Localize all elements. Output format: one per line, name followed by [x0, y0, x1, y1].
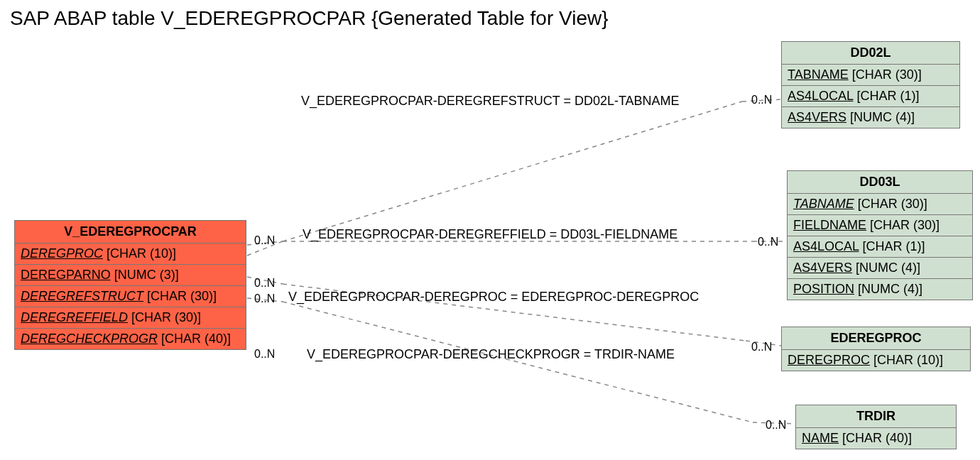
field-name: TABNAME [793, 197, 854, 211]
field-type: [CHAR (30)] [147, 289, 217, 303]
relationship-label: V_EDEREGPROCPAR-DEREGPROC = EDEREGPROC-D… [288, 290, 699, 305]
svg-line-1 [283, 102, 742, 241]
cardinality-label: 0..N [254, 277, 275, 290]
entity-header: DD02L [782, 42, 959, 65]
cardinality-label: 0..N [254, 234, 275, 247]
field-type: [NUMC (4)] [850, 110, 915, 124]
field-name: TABNAME [788, 67, 849, 82]
field-row: DEREGPROC [CHAR (10)] [782, 350, 970, 371]
field-row: DEREGCHECKPROGR [CHAR (40)] [15, 329, 246, 349]
field-name: AS4VERS [788, 110, 846, 124]
field-row: AS4VERS [NUMC (4)] [788, 258, 972, 279]
field-row: AS4LOCAL [CHAR (1)] [788, 236, 972, 258]
field-row: NAME [CHAR (40)] [796, 428, 956, 449]
cardinality-label: 0..N [751, 341, 772, 354]
field-row: TABNAME [CHAR (30)] [788, 194, 972, 215]
field-name: DEREGREFSTRUCT [21, 289, 143, 303]
field-name: DEREGPROC [788, 353, 870, 367]
field-row: DEREGREFSTRUCT [CHAR (30)] [15, 286, 246, 307]
entity-v-ederegprocpar: V_EDEREGPROCPAR DEREGPROC [CHAR (10)] DE… [14, 220, 246, 350]
field-name: DEREGCHECKPROGR [21, 332, 158, 346]
field-type: [CHAR (1)] [862, 239, 925, 253]
field-name: FIELDNAME [793, 218, 866, 232]
field-type: [NUMC (3)] [114, 268, 179, 282]
field-type: [CHAR (30)] [131, 310, 201, 324]
entity-dd03l: DD03L TABNAME [CHAR (30)] FIELDNAME [CHA… [787, 170, 973, 300]
entity-header: EDEREGPROC [782, 327, 970, 350]
field-row: TABNAME [CHAR (30)] [782, 65, 959, 86]
field-type: [CHAR (10)] [107, 246, 176, 261]
field-row: AS4LOCAL [CHAR (1)] [782, 86, 959, 107]
field-name: DEREGPARNO [21, 268, 111, 282]
field-row: DEREGREFFIELD [CHAR (30)] [15, 307, 246, 329]
field-row: DEREGPARNO [NUMC (3)] [15, 265, 246, 286]
field-row: AS4VERS [NUMC (4)] [782, 107, 959, 128]
entity-ederegproc: EDEREGPROC DEREGPROC [CHAR (10)] [781, 327, 971, 371]
field-name: AS4LOCAL [788, 89, 853, 103]
field-type: [CHAR (10)] [873, 353, 943, 367]
field-row: POSITION [NUMC (4)] [788, 279, 972, 300]
page-title: SAP ABAP table V_EDEREGPROCPAR {Generate… [10, 7, 609, 30]
field-name: DEREGREFFIELD [21, 310, 128, 324]
field-type: [NUMC (4)] [858, 282, 922, 296]
field-row: DEREGPROC [CHAR (10)] [15, 243, 246, 265]
cardinality-label: 0..N [254, 348, 275, 361]
field-name: AS4LOCAL [793, 239, 859, 253]
cardinality-label: 0..N [254, 292, 275, 305]
svg-line-10 [283, 302, 753, 422]
field-type: [CHAR (40)] [842, 431, 912, 445]
field-name: DEREGPROC [21, 246, 103, 261]
field-type: [NUMC (4)] [856, 261, 920, 275]
entity-header: DD03L [788, 171, 972, 194]
relationship-label: V_EDEREGPROCPAR-DEREGREFFIELD = DD03L-FI… [303, 227, 677, 242]
cardinality-label: 0..N [751, 94, 772, 106]
entity-dd02l: DD02L TABNAME [CHAR (30)] AS4LOCAL [CHAR… [781, 41, 960, 128]
relationship-label: V_EDEREGPROCPAR-DEREGCHECKPROGR = TRDIR-… [307, 347, 675, 362]
entity-trdir: TRDIR NAME [CHAR (40)] [795, 405, 957, 449]
field-type: [CHAR (40)] [161, 332, 231, 346]
field-type: [CHAR (30)] [852, 67, 922, 82]
entity-header: V_EDEREGPROCPAR [15, 221, 246, 243]
field-type: [CHAR (30)] [858, 197, 927, 211]
field-name: AS4VERS [793, 261, 852, 275]
cardinality-label: 0..N [766, 419, 786, 432]
relationship-label: V_EDEREGPROCPAR-DEREGREFSTRUCT = DD02L-T… [301, 94, 680, 109]
field-row: FIELDNAME [CHAR (30)] [788, 215, 972, 236]
field-type: [CHAR (1)] [856, 89, 919, 103]
entity-header: TRDIR [796, 405, 956, 428]
field-type: [CHAR (30)] [870, 218, 940, 232]
field-name: NAME [802, 431, 839, 445]
cardinality-label: 0..N [758, 236, 778, 248]
field-name: POSITION [793, 282, 854, 296]
